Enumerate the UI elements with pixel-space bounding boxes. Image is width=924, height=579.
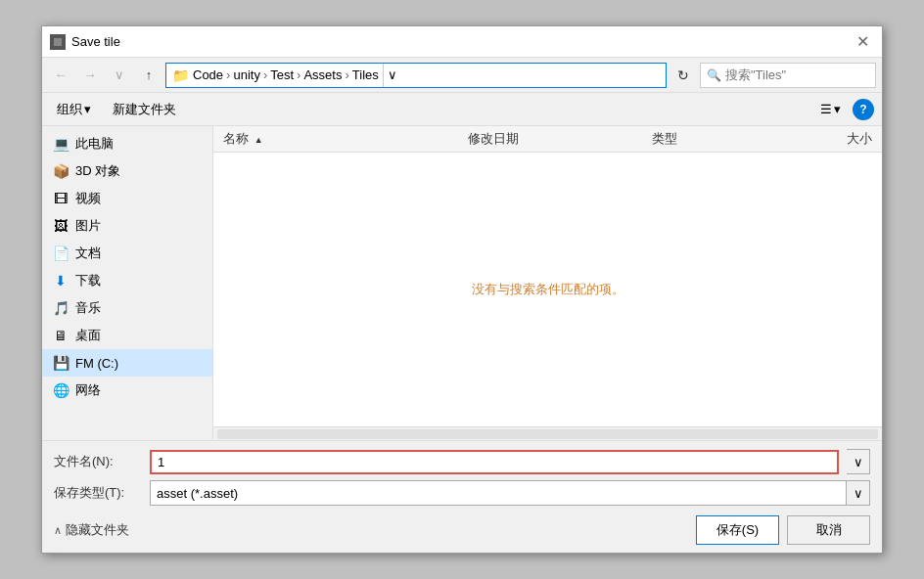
organize-button[interactable]: 组织 ▾ <box>50 97 98 122</box>
horizontal-scrollbar-area <box>213 426 882 440</box>
chevron-down-icon: ∨ <box>854 455 863 469</box>
pictures-icon: 🖼 <box>52 217 69 235</box>
col-type-header[interactable]: 类型 <box>652 130 774 148</box>
sidebar-item-desktop[interactable]: 🖥 桌面 <box>42 322 212 349</box>
sidebar-item-drive-label: FM (C:) <box>75 356 118 371</box>
chevron-down-icon: ∨ <box>388 67 397 82</box>
down-button[interactable]: ∨ <box>107 63 132 88</box>
hide-folders-button[interactable]: ∧ 隐藏文件夹 <box>54 521 129 539</box>
save-tile-dialog: Save tile ✕ ← → ∨ ↑ 📁 Code › unity › Tes… <box>41 25 883 554</box>
up-button[interactable]: ↑ <box>136 63 162 88</box>
sidebar-item-desktop-label: 桌面 <box>75 327 101 344</box>
filename-dropdown-button[interactable]: ∨ <box>847 449 870 474</box>
folder-icon: 📁 <box>172 67 189 83</box>
sidebar-item-computer[interactable]: 💻 此电脑 <box>42 130 212 157</box>
filetype-label: 保存类型(T): <box>54 484 142 502</box>
new-folder-label: 新建文件夹 <box>113 102 176 116</box>
svg-rect-1 <box>54 38 62 46</box>
documents-icon: 📄 <box>52 245 69 262</box>
sidebar-item-pictures-label: 图片 <box>75 217 101 235</box>
col-name-header[interactable]: 名称 ▲ <box>223 130 468 148</box>
filename-label: 文件名(N): <box>54 453 142 470</box>
hide-folders-label: 隐藏文件夹 <box>66 521 129 539</box>
address-dropdown-button[interactable]: ∨ <box>383 64 402 87</box>
network-icon: 🌐 <box>52 381 69 399</box>
filename-input[interactable] <box>152 452 837 472</box>
help-button[interactable]: ? <box>853 99 874 120</box>
computer-icon: 💻 <box>52 135 69 153</box>
downloads-icon: ⬇ <box>52 272 69 290</box>
filetype-row: 保存类型(T): asset (*.asset) ∨ <box>54 480 870 506</box>
down-icon: ∨ <box>115 67 124 82</box>
breadcrumb-assets: Assets <box>303 67 342 82</box>
breadcrumb: Code › unity › Test › Assets › Tiles <box>193 67 379 82</box>
sort-icon: ▲ <box>254 135 263 145</box>
forward-icon: → <box>84 67 97 82</box>
column-headers: 名称 ▲ 修改日期 类型 大小 <box>213 126 882 153</box>
filetype-select[interactable]: asset (*.asset) ∨ <box>150 480 870 506</box>
filetype-dropdown-button[interactable]: ∨ <box>846 481 869 505</box>
address-bar[interactable]: 📁 Code › unity › Test › Assets › Tiles ∨ <box>165 63 667 88</box>
forward-button[interactable]: → <box>77 63 103 88</box>
title-bar: Save tile ✕ <box>42 26 882 58</box>
horizontal-scrollbar[interactable] <box>217 429 878 439</box>
search-icon: 🔍 <box>707 68 721 82</box>
desktop-icon: 🖥 <box>52 327 69 344</box>
col-date-header[interactable]: 修改日期 <box>468 130 652 148</box>
sidebar-item-music-label: 音乐 <box>75 299 101 317</box>
save-button[interactable]: 保存(S) <box>696 515 779 545</box>
refresh-button[interactable]: ↻ <box>670 63 696 88</box>
sidebar-item-documents-label: 文档 <box>75 245 101 262</box>
new-folder-button[interactable]: 新建文件夹 <box>106 97 183 122</box>
sidebar-item-downloads[interactable]: ⬇ 下载 <box>42 267 212 294</box>
music-icon: 🎵 <box>52 299 69 317</box>
organize-dropdown-icon: ▾ <box>84 102 91 116</box>
refresh-icon: ↻ <box>677 67 689 83</box>
search-input[interactable] <box>725 67 869 82</box>
cancel-button[interactable]: 取消 <box>787 515 870 545</box>
close-button[interactable]: ✕ <box>851 30 874 54</box>
search-box[interactable]: 🔍 <box>700 63 876 88</box>
sidebar-item-3d-label: 3D 对象 <box>75 162 120 180</box>
view-icon: ☰ <box>820 102 832 116</box>
sidebar-item-documents[interactable]: 📄 文档 <box>42 240 212 267</box>
sidebar-item-downloads-label: 下载 <box>75 272 101 290</box>
sidebar-item-computer-label: 此电脑 <box>75 135 114 153</box>
sidebar-item-music[interactable]: 🎵 音乐 <box>42 294 212 322</box>
app-icon <box>50 34 66 50</box>
video-icon: 🎞 <box>52 190 69 207</box>
main-area: 💻 此电脑 📦 3D 对象 🎞 视频 🖼 图片 📄 文档 ⬇ 下载 <box>42 126 882 440</box>
bottom-area: 文件名(N): ∨ 保存类型(T): asset (*.asset) ∨ ∧ 隐… <box>42 440 882 553</box>
back-button[interactable]: ← <box>48 63 73 88</box>
breadcrumb-code: Code <box>193 67 223 82</box>
sidebar-item-3d[interactable]: 📦 3D 对象 <box>42 157 212 185</box>
sidebar: 💻 此电脑 📦 3D 对象 🎞 视频 🖼 图片 📄 文档 ⬇ 下载 <box>42 126 213 440</box>
back-icon: ← <box>55 67 68 82</box>
organize-label: 组织 <box>57 101 82 118</box>
chevron-down-icon: ∨ <box>854 486 863 501</box>
filename-input-wrapper <box>150 450 839 474</box>
address-toolbar: ← → ∨ ↑ 📁 Code › unity › Test › Assets ›… <box>42 58 882 93</box>
sidebar-item-video-label: 视频 <box>75 190 101 207</box>
view-button[interactable]: ☰ ▾ <box>816 100 845 118</box>
secondary-toolbar: 组织 ▾ 新建文件夹 ☰ ▾ ? <box>42 93 882 126</box>
action-buttons: 保存(S) 取消 <box>696 515 870 545</box>
col-size-header[interactable]: 大小 <box>774 130 872 148</box>
breadcrumb-tiles: Tiles <box>352 67 379 82</box>
breadcrumb-test: Test <box>270 67 294 82</box>
filetype-value: asset (*.asset) <box>151 486 846 501</box>
up-icon: ↑ <box>146 67 153 82</box>
sidebar-item-video[interactable]: 🎞 视频 <box>42 185 212 212</box>
dialog-title: Save tile <box>71 34 851 49</box>
file-area: 名称 ▲ 修改日期 类型 大小 没有与搜索条件匹配的项。 <box>213 126 882 440</box>
empty-message: 没有与搜索条件匹配的项。 <box>472 281 624 298</box>
sidebar-item-pictures[interactable]: 🖼 图片 <box>42 212 212 240</box>
sidebar-item-network[interactable]: 🌐 网络 <box>42 377 212 404</box>
file-list: 没有与搜索条件匹配的项。 <box>213 153 882 426</box>
sidebar-item-drive[interactable]: 💾 FM (C:) <box>42 349 212 377</box>
hide-folders-icon: ∧ <box>54 524 62 537</box>
filename-row: 文件名(N): ∨ <box>54 449 870 474</box>
view-dropdown-icon: ▾ <box>834 102 841 116</box>
drive-icon: 💾 <box>52 354 69 372</box>
3d-icon: 📦 <box>52 162 69 180</box>
